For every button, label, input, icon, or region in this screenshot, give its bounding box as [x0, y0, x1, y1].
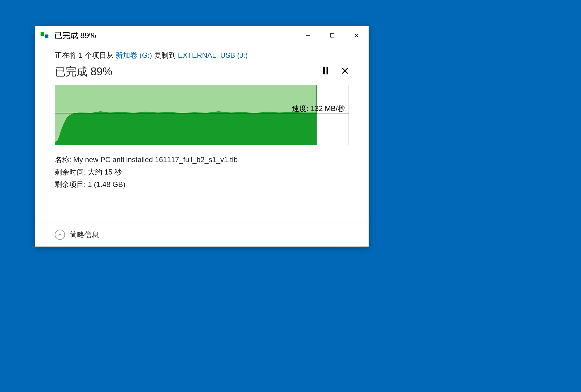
- cancel-button[interactable]: [341, 67, 349, 77]
- items-label: 剩余项目:: [55, 180, 88, 188]
- name-value: My new PC anti installed 161117_full_b2_…: [73, 155, 238, 164]
- copy-description: 正在将 1 个项目从 新加卷 (G:) 复制到 EXTERNAL_USB (J:…: [55, 51, 349, 60]
- footer: 简略信息: [35, 223, 369, 247]
- close-button[interactable]: [344, 26, 369, 44]
- detail-time: 剩余时间: 大约 15 秒: [55, 166, 349, 178]
- time-label: 剩余时间:: [55, 168, 88, 176]
- speed-chart: 速度: 132 MB/秒: [55, 85, 349, 145]
- progress-text: 已完成 89%: [55, 64, 112, 79]
- svg-rect-5: [327, 67, 328, 74]
- content-area: 正在将 1 个项目从 新加卷 (G:) 复制到 EXTERNAL_USB (J:…: [35, 44, 369, 191]
- dest-link[interactable]: EXTERNAL_USB (J:): [178, 51, 248, 59]
- svg-rect-1: [330, 34, 334, 37]
- titlebar[interactable]: → 已完成 89%: [35, 26, 369, 44]
- minimize-button[interactable]: [296, 26, 320, 44]
- source-link[interactable]: 新加卷 (G:): [116, 51, 152, 59]
- detail-name: 名称: My new PC anti installed 161117_full…: [55, 154, 349, 166]
- svg-rect-4: [323, 67, 325, 74]
- copy-middle: 复制到: [152, 51, 178, 59]
- toggle-details-label[interactable]: 简略信息: [70, 230, 99, 240]
- window-controls: [296, 26, 369, 44]
- window-title: 已完成 89%: [54, 30, 296, 41]
- copy-prefix: 正在将 1 个项目从: [55, 51, 116, 59]
- toggle-details-button[interactable]: [55, 230, 65, 240]
- name-label: 名称:: [55, 155, 73, 164]
- detail-items: 剩余项目: 1 (1.48 GB): [55, 178, 349, 191]
- progress-row: 已完成 89%: [55, 64, 349, 79]
- chevron-up-icon: [57, 232, 62, 237]
- items-value: 1 (1.48 GB): [88, 180, 125, 188]
- speed-curve: [55, 85, 349, 145]
- pause-button[interactable]: [322, 67, 329, 77]
- maximize-button[interactable]: [320, 26, 344, 44]
- copy-icon: →: [41, 32, 50, 39]
- details-block: 名称: My new PC anti installed 161117_full…: [55, 154, 349, 191]
- time-value: 大约 15 秒: [88, 168, 122, 176]
- speed-label: 速度: 132 MB/秒: [292, 104, 345, 113]
- copy-progress-window: → 已完成 89% 正在将 1 个项目从 新加卷 (G:) 复制到 EXTERN…: [35, 26, 369, 247]
- action-buttons: [322, 67, 349, 77]
